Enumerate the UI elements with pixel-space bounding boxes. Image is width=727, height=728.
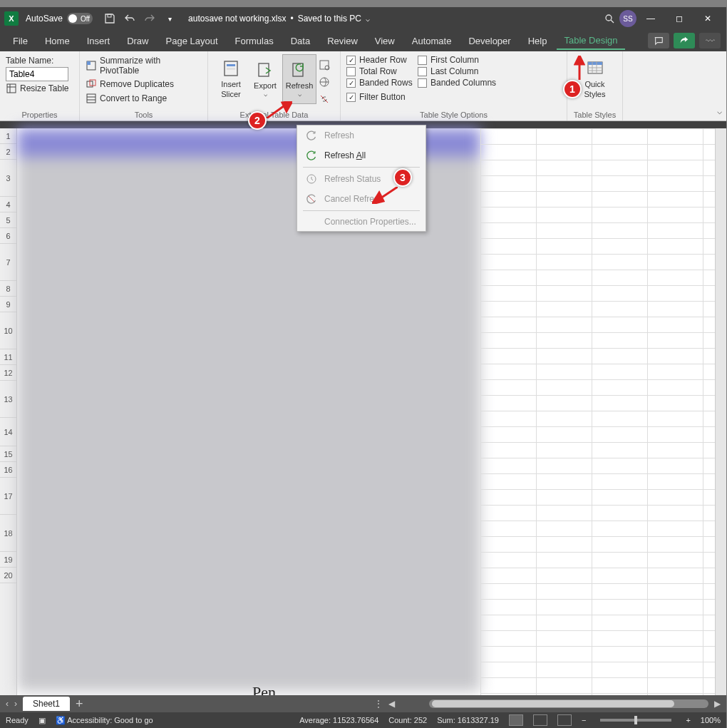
autosave-toggle[interactable]: Off <box>67 13 93 24</box>
summarize-pivot-button[interactable]: Summarize with PivotTable <box>86 54 202 77</box>
table-name-input[interactable] <box>6 67 68 81</box>
collapse-ribbon-icon[interactable]: ⌵ <box>717 106 722 116</box>
open-browser-icon[interactable] <box>316 74 332 90</box>
svg-rect-4 <box>87 61 91 65</box>
banded-cols-checkbox[interactable]: Banded Columns <box>418 77 502 88</box>
unlink-icon[interactable] <box>316 91 332 107</box>
checkbox-icon <box>346 67 356 76</box>
row-header[interactable]: 18 <box>0 515 16 552</box>
row-header[interactable]: 7 <box>0 244 16 281</box>
svg-rect-9 <box>227 64 235 66</box>
row-header[interactable]: 20 <box>0 568 16 583</box>
row-header[interactable]: 1 <box>0 128 16 144</box>
undo-icon[interactable] <box>120 9 140 29</box>
insert-slicer-button[interactable]: Insert Slicer <box>214 54 248 104</box>
row-header[interactable]: 10 <box>0 312 16 349</box>
close-icon[interactable]: ✕ <box>694 7 722 30</box>
sheet-tab-active[interactable]: Sheet1 <box>23 697 70 711</box>
tab-help[interactable]: Help <box>521 33 555 49</box>
zoom-in-icon[interactable]: + <box>686 716 690 724</box>
tab-formulas[interactable]: Formulas <box>228 33 281 49</box>
row-header[interactable]: 14 <box>0 418 16 446</box>
slider-thumb[interactable] <box>634 716 637 724</box>
horizontal-scrollbar[interactable] <box>429 699 708 708</box>
hscroll-right-icon[interactable]: ▶ <box>714 699 721 709</box>
search-icon[interactable] <box>599 9 619 29</box>
tab-draw[interactable]: Draw <box>120 33 155 49</box>
row-header[interactable]: 3 <box>0 160 16 197</box>
row-header[interactable]: 13 <box>0 381 16 418</box>
share-icon[interactable] <box>674 33 695 48</box>
row-header[interactable]: 6 <box>0 228 16 244</box>
macro-icon[interactable]: ▣ <box>38 716 46 725</box>
view-page-layout-icon[interactable] <box>533 714 547 726</box>
refresh-button[interactable]: Refresh⌵ <box>282 54 316 104</box>
row-header[interactable]: 2 <box>0 144 16 160</box>
resize-table-button[interactable]: Resize Table <box>6 81 73 96</box>
dd-connection-properties[interactable]: Connection Properties... <box>297 212 426 231</box>
minimize-icon[interactable]: — <box>636 7 665 30</box>
export-button[interactable]: Export⌵ <box>248 54 282 104</box>
first-col-checkbox[interactable]: First Column <box>418 54 502 66</box>
tab-options-icon[interactable]: ⋮ <box>374 699 383 709</box>
dd-cancel-refresh[interactable]: Cancel Refresh <box>297 189 426 209</box>
add-sheet-icon[interactable]: + <box>76 697 83 712</box>
mode-icon[interactable]: 〰 <box>699 33 721 48</box>
tab-insert[interactable]: Insert <box>80 33 118 49</box>
row-header[interactable]: 5 <box>0 212 16 228</box>
row-header[interactable]: 16 <box>0 462 16 478</box>
tab-page-layout[interactable]: Page Layout <box>159 33 225 49</box>
filename: autosave not working.xlsx <box>188 14 286 24</box>
tab-file[interactable]: File <box>6 33 35 49</box>
row-header[interactable]: 17 <box>0 478 16 515</box>
comments-icon[interactable] <box>648 33 669 48</box>
view-page-break-icon[interactable] <box>557 714 572 726</box>
group-label-style-options: Table Style Options <box>346 109 561 119</box>
toggle-state: Off <box>81 15 90 23</box>
last-col-checkbox[interactable]: Last Column <box>418 66 502 77</box>
tab-review[interactable]: Review <box>320 33 365 49</box>
zoom-out-icon[interactable]: − <box>582 716 586 724</box>
dd-refresh-all[interactable]: Refresh All <box>297 145 426 165</box>
row-header[interactable]: 8 <box>0 281 16 297</box>
total-row-checkbox[interactable]: Total Row <box>346 66 418 77</box>
header-row-checkbox[interactable]: Header Row <box>346 54 418 66</box>
banded-rows-checkbox[interactable]: Banded Rows <box>346 77 418 88</box>
scroll-thumb[interactable] <box>432 700 674 707</box>
tab-table-design[interactable]: Table Design <box>557 32 624 50</box>
maximize-icon[interactable]: ◻ <box>665 7 694 30</box>
autosave[interactable]: AutoSave Off <box>26 13 93 24</box>
zoom-slider[interactable] <box>600 719 671 722</box>
row-header[interactable]: 4 <box>0 197 16 212</box>
dd-refresh[interactable]: Refresh <box>297 125 426 145</box>
dot: • <box>290 14 293 24</box>
status-ready: Ready <box>6 716 29 724</box>
next-sheet-icon[interactable]: › <box>14 699 17 709</box>
tab-home[interactable]: Home <box>38 33 77 49</box>
save-icon[interactable] <box>100 9 120 29</box>
user-avatar[interactable]: SS <box>619 10 636 27</box>
qat-dropdown-icon[interactable]: ▾ <box>160 9 180 29</box>
tab-view[interactable]: View <box>368 33 402 49</box>
tab-automate[interactable]: Automate <box>405 33 459 49</box>
properties-icon[interactable] <box>316 57 332 73</box>
doc-title[interactable]: autosave not working.xlsx • Saved to thi… <box>188 14 370 24</box>
prev-sheet-icon[interactable]: ‹ <box>6 699 9 709</box>
zoom-level[interactable]: 100% <box>701 716 721 724</box>
row-header[interactable]: 19 <box>0 552 16 568</box>
redo-icon[interactable] <box>140 9 160 29</box>
convert-to-range-button[interactable]: Convert to Range <box>86 91 202 106</box>
remove-duplicates-button[interactable]: Remove Duplicates <box>86 77 202 91</box>
row-header[interactable]: 9 <box>0 297 16 312</box>
tab-developer[interactable]: Developer <box>461 33 517 49</box>
accessibility-status[interactable]: ♿ Accessibility: Good to go <box>56 716 153 725</box>
tab-data[interactable]: Data <box>284 33 317 49</box>
vertical-scrollbar[interactable] <box>715 128 726 695</box>
filter-button-checkbox[interactable]: Filter Button <box>346 91 411 103</box>
row-header[interactable]: 12 <box>0 365 16 381</box>
view-normal-icon[interactable] <box>509 714 523 726</box>
group-properties: Table Name: Resize Table Properties <box>0 51 80 121</box>
row-header[interactable]: 15 <box>0 446 16 462</box>
hscroll-left-icon[interactable]: ◀ <box>388 699 395 709</box>
row-header[interactable]: 11 <box>0 349 16 365</box>
